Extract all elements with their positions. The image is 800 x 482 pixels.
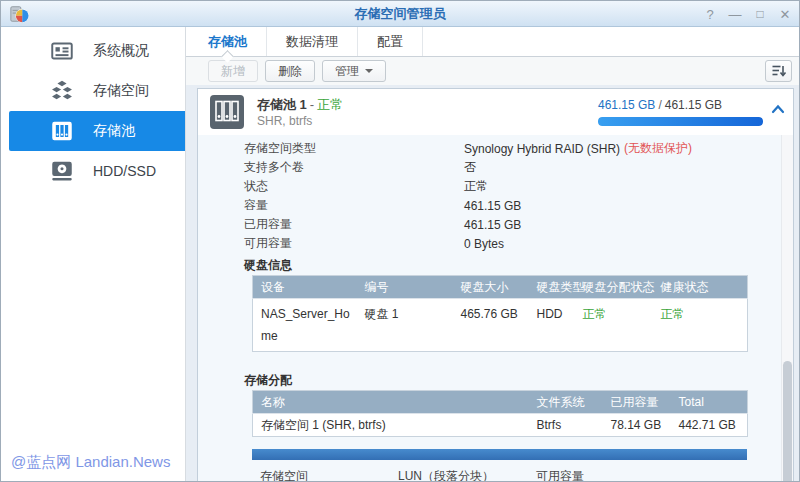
storage-manager-app-icon xyxy=(8,4,30,24)
sidebar-item-volume[interactable]: 存储空间 xyxy=(1,71,185,111)
cell-type: HDD xyxy=(529,299,575,352)
cell-allocation-status: 正常 xyxy=(575,299,653,352)
usage-bar-fill xyxy=(598,117,763,126)
hard-disk-icon xyxy=(49,158,75,184)
storage-pool-icon xyxy=(49,118,75,144)
pool-titles: 存储池 1-正常 SHR, btrfs xyxy=(257,98,343,127)
delete-button[interactable]: 删除 xyxy=(265,60,315,82)
manage-button-label: 管理 xyxy=(335,63,359,80)
sort-descending-icon xyxy=(771,63,787,79)
detail-label: 已用容量 xyxy=(244,216,464,233)
col-used[interactable]: 已用容量 xyxy=(603,391,671,414)
window-title: 存储空间管理员 xyxy=(1,5,799,23)
window-controls: ? — □ ✕ xyxy=(702,1,793,27)
col-name[interactable]: 名称 xyxy=(253,391,529,414)
allocation-table: 名称 文件系统 已用容量 Total 存储空间 1 (SHR, btrfs) B… xyxy=(252,390,748,437)
sidebar-item-label: 系统概况 xyxy=(93,42,149,60)
detail-label: 可用容量 xyxy=(244,235,464,252)
usage-divider: / xyxy=(658,98,661,112)
pool-usage: 461.15 GB/461.15 GB xyxy=(598,98,763,126)
detail-row: 容量 461.15 GB xyxy=(244,196,793,215)
usage-total-value: 461.15 GB xyxy=(665,98,722,112)
sidebar-item-label: 存储池 xyxy=(93,122,135,140)
overview-icon xyxy=(49,38,75,64)
scrollbar-thumb[interactable] xyxy=(783,361,792,482)
allocation-row[interactable]: 存储空间 1 (SHR, btrfs) Btrfs 78.14 GB 442.7… xyxy=(253,414,748,437)
cell-volume-name: 存储空间 1 (SHR, btrfs) xyxy=(253,414,529,437)
watermark: @蓝点网 Landian.News xyxy=(11,453,170,472)
detail-label: 支持多个卷 xyxy=(244,159,464,176)
cell-device: NAS_Server_Ho me xyxy=(253,299,357,352)
col-type[interactable]: 硬盘类型 xyxy=(529,276,575,299)
minimize-button[interactable]: — xyxy=(727,5,743,23)
pool-panel: 存储池 1-正常 SHR, btrfs 461.15 GB/461.15 GB xyxy=(197,88,794,482)
col-allocation-status[interactable]: 硬盘分配状态 xyxy=(575,276,653,299)
sidebar: 系统概况 存储空间 xyxy=(1,27,186,482)
legend-available: 可用容量 xyxy=(536,468,584,482)
pool-status: 正常 xyxy=(317,97,343,112)
no-data-protection-warning: (无数据保护) xyxy=(624,140,692,157)
manage-button[interactable]: 管理 xyxy=(322,60,386,82)
pool-header[interactable]: 存储池 1-正常 SHR, btrfs 461.15 GB/461.15 GB xyxy=(198,89,793,135)
usage-bar xyxy=(598,117,763,126)
tab-configuration[interactable]: 配置 xyxy=(358,27,423,56)
detail-row: 支持多个卷 否 xyxy=(244,158,793,177)
caret-down-icon xyxy=(365,69,373,73)
col-device[interactable]: 设备 xyxy=(253,276,357,299)
toolbar: 新增 删除 管理 xyxy=(186,57,799,85)
sidebar-item-overview[interactable]: 系统概况 xyxy=(1,31,185,71)
usage-used-value: 461.15 GB xyxy=(598,98,655,112)
tabbar: 存储池 数据清理 配置 xyxy=(186,27,799,57)
col-size[interactable]: 硬盘大小 xyxy=(453,276,529,299)
cell-size: 465.76 GB xyxy=(453,299,529,352)
detail-label: 存储空间类型 xyxy=(244,140,464,157)
detail-value: 0 Bytes xyxy=(464,237,504,251)
col-filesystem[interactable]: 文件系统 xyxy=(529,391,603,414)
pool-name: 存储池 1 xyxy=(257,97,307,112)
cell-filesystem: Btrfs xyxy=(529,414,603,437)
col-total[interactable]: Total xyxy=(671,391,748,414)
pool-details: 存储空间类型 Synology Hybrid RAID (SHR) (无数据保护… xyxy=(198,135,793,482)
cell-health-status: 正常 xyxy=(653,299,748,352)
disk-table-header-row: 设备 编号 硬盘大小 硬盘类型 硬盘分配状态 健康状态 xyxy=(253,276,748,299)
help-button[interactable]: ? xyxy=(702,5,718,23)
device-name-line2: me xyxy=(261,325,349,347)
chevron-up-icon[interactable] xyxy=(771,104,785,114)
main-content: 存储池 数据清理 配置 新增 删除 管理 xyxy=(186,27,799,482)
pool-subtitle: SHR, btrfs xyxy=(257,115,343,127)
sidebar-item-hdd-ssd[interactable]: HDD/SSD xyxy=(1,151,185,191)
detail-value: 461.15 GB xyxy=(464,218,521,232)
allocation-legend: 存储空间 LUN（段落分块） 可用容量 xyxy=(252,468,793,482)
cell-total: 442.71 GB xyxy=(671,414,748,437)
maximize-button[interactable]: □ xyxy=(752,5,768,23)
detail-value-status: 正常 xyxy=(464,178,488,195)
detail-row: 状态 正常 xyxy=(244,177,793,196)
device-name-line1: NAS_Server_Ho xyxy=(261,303,349,325)
detail-value: Synology Hybrid RAID (SHR) xyxy=(464,142,620,156)
detail-label: 状态 xyxy=(244,178,464,195)
disk-info-table: 设备 编号 硬盘大小 硬盘类型 硬盘分配状态 健康状态 NAS_Server_H… xyxy=(252,275,748,352)
pool-name-separator: - xyxy=(310,97,314,112)
col-health-status[interactable]: 健康状态 xyxy=(653,276,748,299)
sidebar-item-label: HDD/SSD xyxy=(93,163,156,179)
tab-storage-pool[interactable]: 存储池 xyxy=(189,27,267,56)
tab-data-scrubbing[interactable]: 数据清理 xyxy=(267,27,358,56)
detail-label: 容量 xyxy=(244,197,464,214)
close-button[interactable]: ✕ xyxy=(777,5,793,23)
allocation-usage-bar xyxy=(252,449,747,460)
detail-row: 可用容量 0 Bytes xyxy=(244,234,793,253)
cell-slot: 硬盘 1 xyxy=(357,299,453,352)
pool-list-area: 存储池 1-正常 SHR, btrfs 461.15 GB/461.15 GB xyxy=(186,85,799,482)
detail-value: 461.15 GB xyxy=(464,199,521,213)
add-button[interactable]: 新增 xyxy=(208,60,258,82)
pool-icon-large xyxy=(209,94,245,130)
sidebar-item-pool[interactable]: 存储池 xyxy=(9,111,185,151)
allocation-header-row: 名称 文件系统 已用容量 Total xyxy=(253,391,748,414)
sort-button[interactable] xyxy=(765,60,792,82)
disk-info-title: 硬盘信息 xyxy=(244,257,793,273)
titlebar: 存储空间管理员 ? — □ ✕ xyxy=(1,1,799,27)
detail-value: 否 xyxy=(464,159,476,176)
col-slot[interactable]: 编号 xyxy=(357,276,453,299)
disk-table-row[interactable]: NAS_Server_Ho me 硬盘 1 465.76 GB HDD 正常 正… xyxy=(253,299,748,352)
sidebar-item-label: 存储空间 xyxy=(93,82,149,100)
